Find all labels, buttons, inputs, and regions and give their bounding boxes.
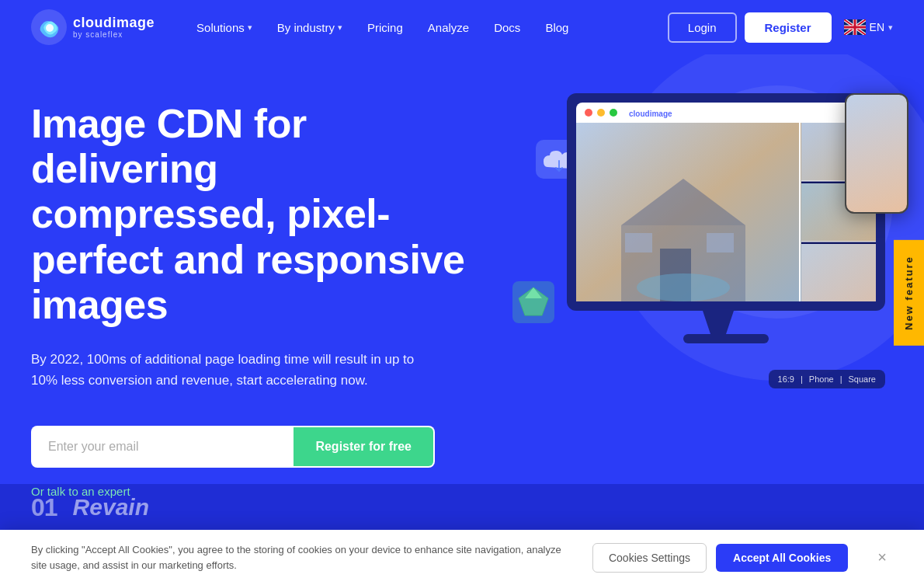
hero-title: Image CDN for delivering compressed, pix…	[31, 101, 466, 327]
register-free-button[interactable]: Register for free	[294, 427, 433, 466]
nav-links: Solutions ▾ By industry ▾ Pricing Analyz…	[186, 15, 668, 40]
svg-marker-30	[703, 311, 734, 334]
flag-icon	[844, 19, 866, 35]
svg-rect-21	[625, 233, 652, 252]
chevron-down-icon: ▾	[248, 23, 252, 33]
cookie-banner: By clicking "Accept All Cookies", you ag…	[0, 530, 924, 585]
lang-label: EN	[870, 21, 884, 33]
hero-illustration: cloudimage	[489, 54, 924, 458]
cookies-settings-button[interactable]: Cookies Settings	[592, 543, 707, 573]
svg-rect-22	[707, 233, 734, 252]
navbar: cloudimage by scaleflex Solutions ▾ By i…	[0, 0, 924, 54]
chevron-down-icon: ▾	[888, 23, 893, 33]
email-input[interactable]	[33, 427, 294, 466]
svg-point-15	[610, 109, 617, 117]
logo[interactable]: cloudimage by scaleflex	[31, 9, 155, 45]
svg-point-1	[46, 24, 54, 32]
nav-analyze[interactable]: Analyze	[417, 15, 480, 40]
nav-pricing[interactable]: Pricing	[356, 15, 414, 40]
svg-rect-26	[801, 244, 876, 301]
new-feature-banner[interactable]: New feature	[894, 240, 924, 346]
hero-subtitle: By 2022, 100ms of additional page loadin…	[31, 349, 419, 391]
diamond-icon-float	[512, 281, 554, 326]
logo-text: cloudimage by scaleflex	[73, 16, 155, 40]
nav-solutions[interactable]: Solutions ▾	[186, 15, 263, 40]
language-selector[interactable]: EN ▾	[844, 19, 893, 35]
svg-point-23	[637, 273, 730, 301]
nav-by-industry[interactable]: By industry ▾	[266, 15, 353, 40]
hero-section: Image CDN for delivering compressed, pix…	[0, 54, 924, 505]
hero-content: Image CDN for delivering compressed, pix…	[31, 85, 466, 499]
phone-overlay	[845, 93, 908, 214]
accept-cookies-button[interactable]: Accept All Cookies	[716, 544, 848, 572]
svg-text:cloudimage: cloudimage	[629, 110, 672, 118]
chevron-down-icon: ▾	[338, 23, 342, 33]
svg-rect-31	[683, 334, 769, 343]
cookie-close-button[interactable]: ×	[871, 545, 893, 569]
nav-actions: Login Register EN ▾	[668, 12, 893, 43]
nav-docs[interactable]: Docs	[483, 15, 531, 40]
register-button[interactable]: Register	[745, 12, 832, 43]
logo-icon	[31, 9, 67, 45]
cookie-text: By clicking "Accept All Cookies", you ag…	[31, 542, 569, 573]
svg-point-14	[597, 109, 605, 117]
expert-link[interactable]: Or talk to an expert	[31, 485, 130, 498]
svg-rect-12	[576, 113, 876, 123]
hero-cta-form: Register for free	[31, 426, 435, 468]
svg-point-13	[585, 109, 592, 117]
login-button[interactable]: Login	[668, 12, 737, 43]
nav-blog[interactable]: Blog	[534, 15, 579, 40]
resize-controls: 16:9 | Phone | Square	[769, 370, 885, 388]
cookie-actions: Cookies Settings Accept All Cookies	[592, 543, 848, 573]
